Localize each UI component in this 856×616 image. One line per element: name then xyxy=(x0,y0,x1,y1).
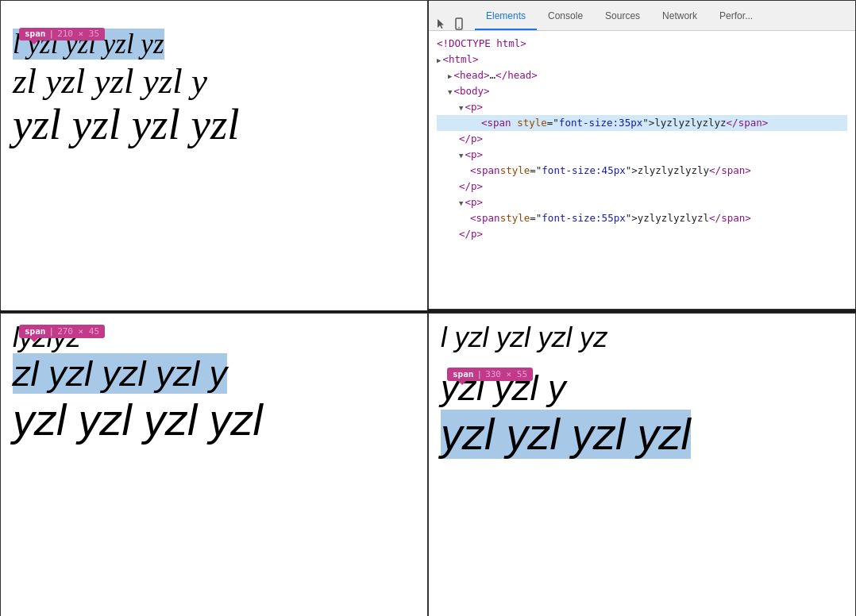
tooltip-size-3: 330 × 55 xyxy=(485,369,527,379)
span2-line: <span style="font-size:45px">zlyzlyzlyzl… xyxy=(437,163,847,179)
body-line: ▼<body> xyxy=(437,83,847,99)
top-left-browser: span | 210 × 35 l yzl yzl yzl yz zl yzl … xyxy=(0,0,428,310)
p3-close-line: </p> xyxy=(437,226,847,242)
p2-close-line: </p> xyxy=(437,179,847,194)
bottom-left-browser: span | 270 × 45 lyzlyz zl yzl yzl yzl y … xyxy=(0,313,428,616)
tooltip-tag: span xyxy=(25,29,46,39)
tooltip-size: 210 × 35 xyxy=(57,29,99,39)
tab-network[interactable]: Network xyxy=(651,3,708,30)
tab-sources[interactable]: Sources xyxy=(594,3,651,30)
tooltip-tag-2: span xyxy=(25,326,46,337)
devtools-tabs: Elements Console Sources Network Perfor.… xyxy=(429,1,855,31)
bottom-left-line2: zl yzl yzl yzl y xyxy=(13,353,227,394)
span-tooltip-1: span | 210 × 35 xyxy=(19,28,105,40)
span3-line: <span style="font-size:55px">yzlyzlyzlyz… xyxy=(437,210,847,226)
text-line-2: zl yzl yzl yzl y xyxy=(13,62,415,102)
mobile-icon[interactable] xyxy=(453,17,465,30)
tab-performance[interactable]: Perfor... xyxy=(708,3,764,30)
bottom-left-line3: yzl yzl yzl yzl xyxy=(13,395,415,445)
svg-point-1 xyxy=(458,27,460,29)
tooltip-size-2: 270 × 45 xyxy=(57,326,99,337)
cursor-icon[interactable] xyxy=(435,17,448,30)
p1-close-line: </p> xyxy=(437,131,847,147)
tooltip-tag-3: span xyxy=(453,369,474,379)
p3-open-line: ▼<p> xyxy=(437,194,847,210)
text-line-3: yzl yzl yzl yzl xyxy=(13,101,415,149)
tab-elements[interactable]: Elements xyxy=(475,3,537,30)
bottom-right-browser: l yzl yzl yzl yz span | 330 × 55 yzl yzl… xyxy=(428,313,856,616)
devtools-content: <!DOCTYPE html> ▶<html> ▶<head>…</head> … xyxy=(429,31,855,309)
doctype-line: <!DOCTYPE html> xyxy=(437,36,847,52)
span-tooltip-3: span | 330 × 55 xyxy=(447,368,533,381)
devtools-panel: Elements Console Sources Network Perfor.… xyxy=(428,0,856,310)
p2-open-line: ▼<p> xyxy=(437,147,847,163)
head-line: ▶<head>…</head> xyxy=(437,67,847,83)
span-tooltip-2: span | 270 × 45 xyxy=(19,325,105,338)
bottom-right-line1: l yzl yzl yzl yz xyxy=(441,321,843,353)
html-open-line: ▶<html> xyxy=(437,52,847,67)
p1-open-line: ▼<p> xyxy=(437,99,847,115)
bottom-right-line3: yzl yzl yzl yzl xyxy=(441,410,691,459)
selected-span-line: <span style="font-size:35px">lyzlyzlyzly… xyxy=(437,115,847,131)
tab-console[interactable]: Console xyxy=(537,3,594,30)
